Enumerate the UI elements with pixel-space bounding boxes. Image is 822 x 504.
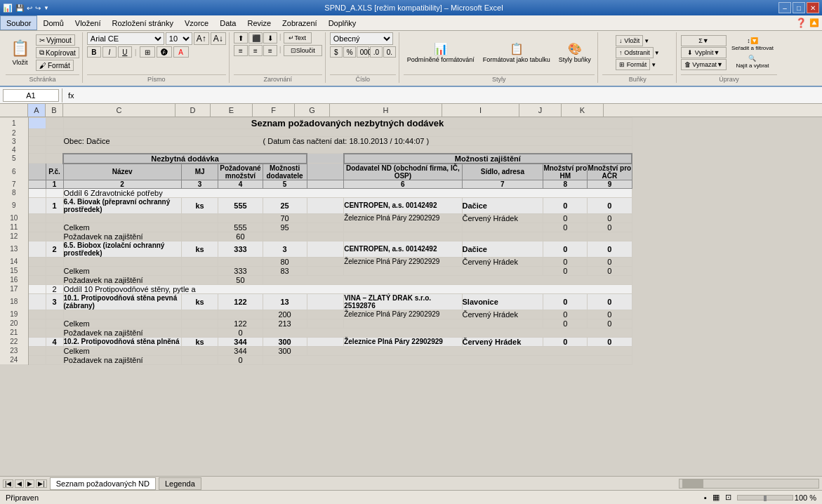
cell-h20[interactable] [344,319,543,328]
sheet-tab-2[interactable]: Legenda [159,477,201,490]
align-center-button[interactable]: ≡ [248,45,263,56]
cell-b8[interactable] [46,188,63,197]
col-header-b[interactable]: B [46,104,63,117]
cell-c24[interactable]: Požadavek na zajištění [63,355,181,364]
cell-b11[interactable] [46,223,63,232]
cell-f10[interactable]: 70 [263,213,307,223]
cell-a3[interactable] [28,137,46,146]
col-header-c[interactable]: C [63,104,175,117]
cell-f13[interactable]: 3 [263,241,307,257]
cell-a8[interactable] [28,188,46,197]
cell-j9[interactable]: 0 [543,197,588,213]
cell-c7[interactable]: 2 [63,180,181,188]
cell-f12[interactable] [263,232,307,241]
cell-k11[interactable]: 0 [588,223,632,232]
cell-j15[interactable]: 0 [543,266,588,275]
font-name-select[interactable]: Arial CE [87,32,164,45]
sheet-nav-first[interactable]: |◀ [3,479,13,488]
fill-color-button[interactable]: 🅐 [157,46,172,58]
cell-b14[interactable] [46,257,63,266]
col-header-a[interactable]: A [28,104,46,117]
cell-a2[interactable] [28,129,46,137]
col-header-i[interactable]: I [442,104,519,117]
cell-f16[interactable] [263,275,632,284]
cell-b9[interactable]: 1 [46,197,63,213]
align-middle-button[interactable]: ⬛ [248,32,263,44]
close-button[interactable]: ✕ [807,2,819,13]
cell-g5[interactable] [307,154,344,164]
cell-e15[interactable]: 333 [218,266,263,275]
cell-e6[interactable]: Požadované množství [218,164,263,180]
cell-a12[interactable] [28,232,46,241]
cell-i6[interactable]: Sídlo, adresa [462,164,543,180]
formula-input[interactable] [80,89,819,102]
cell-a6[interactable] [28,164,46,180]
increase-font-icon[interactable]: A↑ [194,32,209,45]
cell-b24[interactable] [46,355,63,364]
cell-a21[interactable] [28,328,46,337]
cell-f23[interactable]: 300 [263,346,307,355]
cell-d23[interactable] [181,346,218,355]
cell-i22[interactable]: Červený Hrádek [462,337,543,346]
cell-a7[interactable] [28,180,46,188]
cell-k7[interactable]: 9 [588,180,632,188]
cell-d12[interactable] [181,232,218,241]
cell-d11[interactable] [181,223,218,232]
menu-rozlozeni[interactable]: Rozložení stránky [107,15,179,30]
cell-e20[interactable]: 122 [218,319,263,328]
cell-j6[interactable]: Množství pro HM [543,164,588,180]
cell-e10[interactable] [218,213,263,223]
minimize-ribbon-icon[interactable]: 🔼 [809,18,819,27]
cell-f19[interactable]: 200 [263,310,307,319]
cell-k9[interactable]: 0 [588,197,632,213]
align-bottom-button[interactable]: ⬇ [263,32,277,44]
cell-e23[interactable]: 344 [218,346,263,355]
cell-b16[interactable] [46,275,63,284]
cell-c17[interactable]: Oddíl 10 Protipovodňové stěny, pytle a [63,284,632,293]
cell-k22[interactable]: 0 [588,337,632,346]
cell-c11[interactable]: Celkem [63,223,181,232]
col-header-e[interactable]: E [211,104,253,117]
cell-f20[interactable]: 213 [263,319,307,328]
cell-a15[interactable] [28,266,46,275]
cell-a5[interactable] [28,154,46,164]
cell-c16[interactable]: Požadavek na zajištění [63,275,181,284]
cell-b5[interactable] [46,154,63,164]
cell-d6[interactable]: MJ [181,164,218,180]
cell-k19[interactable]: 0 [588,310,632,319]
format-dropdown[interactable]: ▼ [651,62,656,68]
minimize-button[interactable]: – [778,2,791,13]
cell-d7[interactable]: 3 [181,180,218,188]
decrease-decimal-button[interactable]: 0. [383,46,396,58]
view-page-icon[interactable]: ⊡ [725,493,731,502]
cell-i14[interactable]: Červený Hrádek [462,257,543,266]
menu-doplnky[interactable]: Doplňky [323,15,362,30]
cell-j12[interactable] [543,232,588,241]
sum-button[interactable]: Σ▼ [681,35,727,46]
menu-zobrazeni[interactable]: Zobrazení [277,15,323,30]
quick-access-dropdown[interactable]: ▼ [44,5,49,11]
cell-j13[interactable]: 0 [543,241,588,257]
col-header-k[interactable]: K [562,104,604,117]
cell-c18[interactable]: 10.1. Protipovodňová stěna pevná (zábran… [63,293,181,310]
font-size-select[interactable]: 10 [166,32,192,45]
menu-vzorce[interactable]: Vzorce [179,15,214,30]
cell-d14[interactable] [181,257,218,266]
cell-e12[interactable]: 60 [218,232,263,241]
cell-c13[interactable]: 6.5. Biobox (izolační ochranný prostřede… [63,241,181,257]
cell-c5[interactable]: Nezbytná dodávka [63,154,307,164]
cell-b7[interactable]: 1 [46,180,63,188]
format-button[interactable]: ⊞ Formát [616,59,650,70]
cell-d10[interactable] [181,213,218,223]
decrease-font-icon[interactable]: A↓ [211,32,226,45]
cell-h6[interactable]: Dodavatel ND (obchodní firma, IČ, OSP) [344,164,462,180]
cell-f18[interactable]: 13 [263,293,307,310]
h-scrollbar[interactable] [679,479,819,489]
cell-g22[interactable] [307,337,344,346]
view-normal-icon[interactable]: ▪ [704,493,707,502]
cell-g13[interactable] [307,241,344,257]
cell-e14[interactable] [218,257,263,266]
cell-i9[interactable]: Dačice [462,197,543,213]
cell-j7[interactable]: 8 [543,180,588,188]
cell-f9[interactable]: 25 [263,197,307,213]
